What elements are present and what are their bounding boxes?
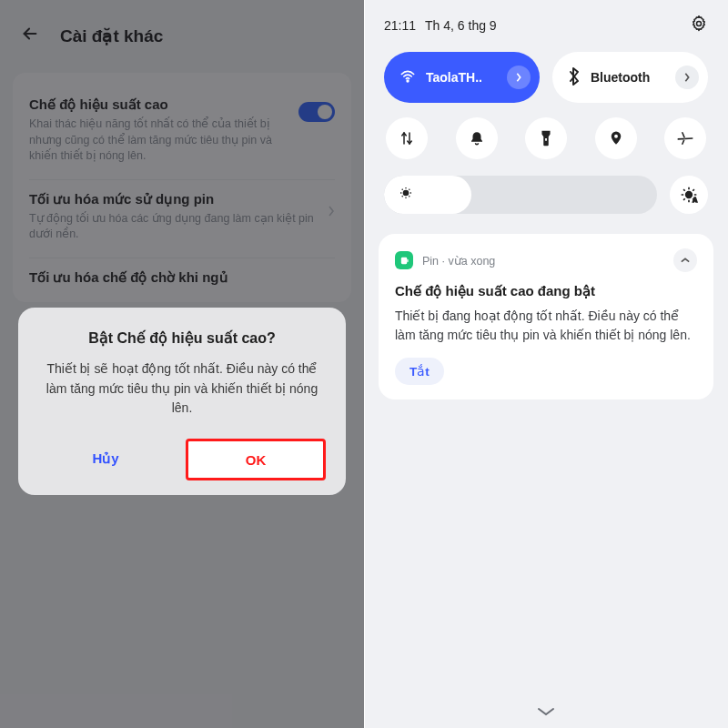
wifi-icon [399,67,417,88]
svg-point-0 [697,22,702,26]
wifi-expand-icon[interactable] [507,66,531,89]
notification-card[interactable]: Pin · vừa xong Chế độ hiệu suất cao đang… [379,234,713,399]
flashlight-toggle[interactable] [525,117,567,159]
ok-button[interactable]: OK [246,452,267,468]
auto-brightness-toggle[interactable]: A [670,176,708,214]
collapse-icon[interactable] [673,248,697,272]
svg-point-1 [407,80,409,82]
bluetooth-expand-icon[interactable] [675,66,699,89]
wifi-tile[interactable]: TaolaTH.. [384,52,540,103]
dialog-title: Bật Chế độ hiệu suất cao? [38,329,326,347]
svg-rect-7 [400,257,406,263]
notification-meta: Pin · vừa xong [422,254,664,268]
svg-point-5 [686,192,693,198]
status-bar: 21:11 Th 4, 6 thg 9 [364,0,728,45]
wifi-label: TaolaTH.. [426,70,498,85]
notification-body: Thiết bị đang hoạt động tốt nhất. Điều n… [395,307,697,345]
svg-rect-2 [545,138,547,141]
drawer-expand-icon[interactable] [364,706,728,717]
bluetooth-icon [567,67,581,88]
cancel-button[interactable]: Hủy [38,439,173,479]
bluetooth-tile[interactable]: Bluetooth [552,52,708,103]
brightness-low-icon [399,186,413,204]
svg-point-3 [614,135,618,138]
brightness-slider[interactable] [384,176,657,214]
mobile-data-toggle[interactable] [386,117,428,159]
notification-action-off[interactable]: Tắt [395,358,444,385]
battery-app-icon [395,251,413,269]
bluetooth-label: Bluetooth [591,70,666,85]
notification-title: Chế độ hiệu suất cao đang bật [395,283,697,299]
dialog-body: Thiết bị sẽ hoạt động tốt nhất. Điều này… [38,359,326,419]
settings-icon[interactable] [690,15,708,35]
location-toggle[interactable] [595,117,637,159]
confirm-dialog: Bật Chế độ hiệu suất cao? Thiết bị sẽ ho… [18,308,346,495]
dnd-toggle[interactable] [456,117,498,159]
status-date: Th 4, 6 thg 9 [425,18,497,33]
airplane-toggle[interactable] [664,117,706,159]
status-time: 21:11 [384,18,416,33]
svg-text:A: A [693,197,697,203]
svg-rect-8 [407,259,408,262]
ok-button-highlight: OK [186,439,326,480]
svg-point-4 [403,190,408,195]
